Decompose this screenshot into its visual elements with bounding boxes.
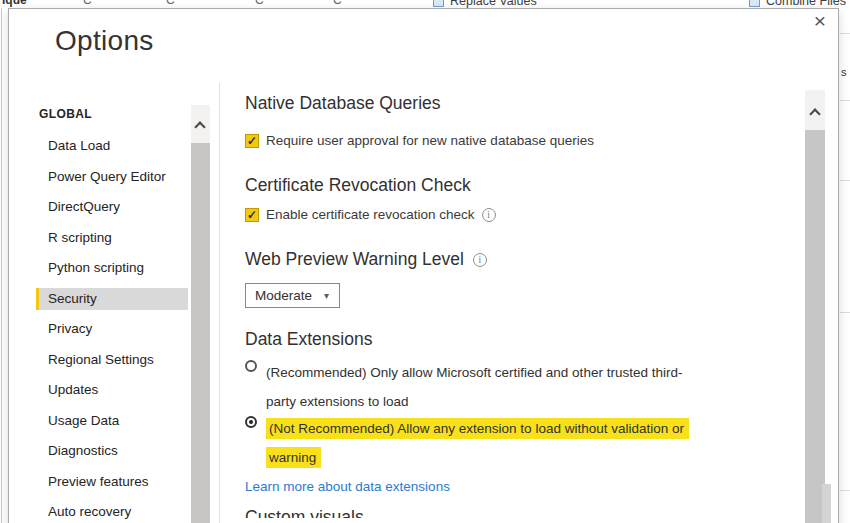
scroll-up-icon[interactable] [191, 115, 210, 137]
heading-certificate-revocation-check: Certificate Revocation Check [245, 175, 471, 196]
checkbox-checked-icon[interactable]: ✓ [245, 134, 259, 148]
highlighted-text: (Not Recommended) Allow any extension to… [266, 418, 689, 439]
clipped-next-section-heading: Custom visuals [245, 507, 364, 518]
sidebar-item-preview-features[interactable]: Preview features [39, 471, 188, 493]
info-icon[interactable]: i [473, 253, 487, 267]
ribbon-fragment-text: C [255, 0, 264, 7]
checkbox-checked-icon[interactable]: ✓ [245, 208, 259, 222]
heading-native-database-queries: Native Database Queries [245, 93, 441, 114]
sidebar-item-updates[interactable]: Updates [39, 379, 188, 401]
power-bi-options-screen: ique C C C C Replace Values Combine File… [0, 0, 850, 523]
checkbox-row-cert-revocation[interactable]: ✓ Enable certificate revocation check i [245, 207, 496, 222]
radio-label-line: party extensions to load [266, 387, 682, 416]
sidebar-item-diagnostics[interactable]: Diagnostics [39, 440, 188, 462]
checkbox-row-native-db-approval[interactable]: ✓ Require user approval for new native d… [245, 133, 594, 148]
sidebar-item-regional-settings[interactable]: Regional Settings [39, 349, 188, 371]
clipped-heading-text: Custom visuals [245, 507, 364, 518]
background-window-edge [1, 0, 2, 523]
ribbon-fragment-text: C [166, 0, 175, 7]
replace-values-icon [433, 0, 444, 7]
checkbox-label: Require user approval for new native dat… [266, 133, 594, 148]
sidebar-section-global: GLOBAL [39, 107, 92, 121]
radio-unselected-icon[interactable] [245, 360, 257, 372]
sidebar-item-python-scripting[interactable]: Python scripting [39, 257, 188, 279]
sidebar-item-auto-recovery[interactable]: Auto recovery [39, 501, 188, 523]
checkbox-label: Enable certificate revocation check [266, 207, 475, 222]
sidebar-nav: Data Load Power Query Editor DirectQuery… [39, 135, 188, 523]
heading-data-extensions: Data Extensions [245, 329, 372, 350]
combine-files-icon [749, 0, 760, 7]
main-panel-scrollbar[interactable] [805, 90, 825, 523]
sidebar-item-privacy[interactable]: Privacy [39, 318, 188, 340]
radio-selected-icon[interactable] [245, 416, 257, 428]
background-divider [840, 33, 850, 34]
highlighted-text: warning [266, 447, 321, 468]
radio-option-not-recommended[interactable]: (Not Recommended) Allow any extension to… [245, 414, 689, 472]
info-icon[interactable]: i [482, 208, 496, 222]
ribbon-combine-files-label: Combine Files [766, 0, 846, 8]
warning-level-dropdown[interactable]: Moderate ▾ [245, 283, 340, 308]
background-divider [840, 180, 850, 181]
background-divider [840, 100, 850, 101]
chevron-down-icon: ▾ [324, 290, 329, 301]
sidebar-scrollbar[interactable] [191, 105, 210, 523]
ribbon-fragment-text: C [333, 0, 342, 7]
sidebar-item-directquery[interactable]: DirectQuery [39, 196, 188, 218]
background-divider [840, 490, 850, 491]
background-text-fragment: s [841, 66, 847, 78]
heading-web-preview-warning-level: Web Preview Warning Leveli [245, 249, 487, 270]
close-icon[interactable]: × [808, 9, 832, 33]
background-divider [840, 312, 850, 313]
radio-option-recommended[interactable]: (Recommended) Only allow Microsoft certi… [245, 358, 682, 416]
radio-label-line: warning [266, 443, 689, 472]
dialog-title: Options [55, 25, 154, 57]
radio-label-line: (Recommended) Only allow Microsoft certi… [266, 358, 682, 387]
ribbon-fragment-text: ique [2, 0, 27, 7]
ribbon-replace-values-label: Replace Values [450, 0, 537, 8]
background-ribbon-strip: ique C C C C Replace Values Combine File… [0, 0, 850, 8]
sidebar-item-r-scripting[interactable]: R scripting [39, 227, 188, 249]
scroll-up-icon[interactable] [805, 102, 825, 124]
heading-text: Web Preview Warning Level [245, 249, 464, 269]
dropdown-value: Moderate [255, 288, 312, 303]
sidebar-scrollbar-thumb[interactable] [191, 143, 210, 523]
learn-more-link[interactable]: Learn more about data extensions [245, 479, 450, 494]
ribbon-fragment-text: C [83, 0, 92, 7]
background-fragment [822, 484, 831, 523]
sidebar-item-data-load[interactable]: Data Load [39, 135, 188, 157]
main-scrollbar-thumb[interactable] [805, 130, 825, 523]
sidebar-divider [219, 83, 220, 523]
radio-label-line: (Not Recommended) Allow any extension to… [266, 414, 689, 443]
sidebar-item-security[interactable]: Security [39, 288, 188, 310]
options-dialog: × Options GLOBAL Data Load Power Query E… [8, 8, 839, 523]
sidebar-item-usage-data[interactable]: Usage Data [39, 410, 188, 432]
sidebar-item-power-query-editor[interactable]: Power Query Editor [39, 166, 188, 188]
